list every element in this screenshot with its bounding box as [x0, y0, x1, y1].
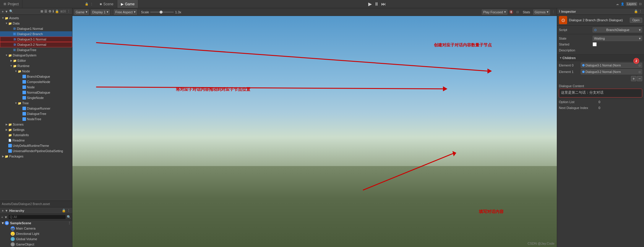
pause-button[interactable]: ⏸ — [374, 1, 379, 7]
scenes-folder-icon: 📁 — [8, 123, 12, 126]
inspector-icon: ℹ — [559, 9, 560, 13]
left-panel: + ▼ 🔍 ⊞ ☰ ⚙ ℹ 🔒 ⊠16 ⋮ 📁 Assets — [0, 8, 72, 247]
aspect-dropdown[interactable]: Free Aspect ▾ — [114, 9, 137, 15]
tree-normal-dialogue[interactable]: NormalDialogue — [0, 90, 72, 95]
play-button[interactable]: ▶ — [368, 1, 372, 7]
tab-game[interactable]: ▶ Game — [117, 0, 139, 8]
option-list-row: Option List 0 — [557, 99, 644, 105]
tree-tree-folder[interactable]: 📁 Tree — [0, 100, 72, 106]
sn-script-icon — [22, 96, 26, 100]
tree-branch-dialogue[interactable]: BranchDialogue — [0, 74, 72, 79]
tree-dialogue2[interactable]: D Dialogue2 Branch — [0, 31, 72, 37]
h-main-camera[interactable]: 📷 Main Camera — [0, 226, 72, 231]
tree-dialogue-system[interactable]: 📁 DialogueSystem — [0, 53, 72, 58]
play-focused-dropdown[interactable]: Play Focused ▾ — [482, 9, 507, 15]
dot-menu-hierarchy[interactable]: ⋮ — [67, 209, 70, 212]
search-icon[interactable]: ▼ — [5, 10, 8, 13]
tree-runtime[interactable]: 📁 Runtime — [0, 63, 72, 69]
h-game-object[interactable]: □ GameObject — [0, 242, 72, 247]
dialogue-content-box[interactable]: 这里是第二句话：分支对话 — [559, 89, 642, 98]
tab-project[interactable]: ⊞ Project — [0, 0, 22, 8]
tab-group-left: ⊞ Project — [0, 0, 22, 8]
element-0-value-box[interactable]: Dialogue3-1 Normal (Norm ⊙ — [581, 63, 642, 68]
tree-data[interactable]: 📁 Data — [0, 21, 72, 26]
tree-folder-icon: 📁 — [18, 102, 21, 105]
play-focused-label: Play Focused — [483, 10, 503, 14]
script-dropdown[interactable]: ⊙ BranchDialogue ▾ — [593, 27, 642, 32]
plus-icon[interactable]: + — [2, 10, 4, 13]
tree-dialogue-runner[interactable]: DialogueRunner — [0, 106, 72, 111]
gizmos-dropdown[interactable]: Gizmos ▾ — [533, 9, 550, 15]
dot-menu-inspector[interactable]: ⋮ — [639, 9, 642, 13]
thumbnail-icon[interactable]: ⊞ — [40, 9, 43, 13]
tree-packages[interactable]: 📁 Packages — [0, 154, 72, 159]
play-focused-chevron: ▾ — [504, 10, 506, 14]
started-checkbox[interactable] — [593, 42, 597, 46]
ds-label: DialogueSystem — [13, 53, 36, 57]
toolbar-dot-menu[interactable]: ⋮ — [552, 10, 555, 14]
maximize-icon[interactable]: ⊡ — [516, 10, 519, 14]
scale-slider[interactable]: Scale 1.3x — [141, 10, 181, 14]
tree-unity-theme[interactable]: UnityDefaultRuntimeTheme — [0, 143, 72, 148]
tree-dialogue-tree-asset[interactable]: D DialogueTree — [0, 47, 72, 53]
mute-icon[interactable]: 🔇 — [509, 10, 513, 14]
dot-menu-icon[interactable]: ⋮ — [90, 2, 94, 6]
tab-project-label: Project — [8, 2, 19, 6]
h-search-dropdown[interactable]: ▼ — [4, 215, 7, 219]
dt-label: DialogueTree — [17, 48, 37, 52]
tree-universal-render[interactable]: UniversalRenderPipelineGlobalSetting — [0, 148, 72, 154]
tree-composite-node[interactable]: CompositeNode — [0, 79, 72, 84]
scale-track[interactable] — [150, 12, 174, 13]
dts-script-icon — [22, 112, 26, 116]
tree-single-node[interactable]: SingleNode — [0, 95, 72, 100]
state-dropdown[interactable]: Waiting ▾ — [593, 36, 642, 41]
tree-dialogue3-1[interactable]: D Dialogue3-1 Normal — [0, 37, 72, 42]
list-icon[interactable]: ☰ — [44, 9, 47, 13]
ds-arrow — [5, 54, 8, 57]
hierarchy-search-bar: + ▼ 🔍 — [0, 214, 72, 220]
tree-readme[interactable]: 📄 Readme — [0, 138, 72, 143]
hierarchy-search-input[interactable] — [9, 215, 66, 219]
step-button[interactable]: ⏭ — [381, 1, 386, 7]
tab-scene[interactable]: ■ Scene — [96, 0, 117, 8]
scale-thumb[interactable] — [160, 11, 163, 14]
h-dropdown-icon[interactable]: ▼ — [5, 209, 8, 212]
h-directional-light[interactable]: 💡 Directional Light — [0, 231, 72, 236]
h-search-icon[interactable]: 🔍 — [67, 215, 71, 219]
scale-value: 1.3x — [175, 10, 181, 14]
tree-dialogue1[interactable]: D Dialogue1 Normal — [0, 26, 72, 31]
tree-dialogue3-2[interactable]: D Dialogue3-2 Normal — [0, 42, 72, 47]
project-dot-menu[interactable]: ⋮ — [67, 9, 70, 13]
gear-icon[interactable]: ⚙ — [48, 9, 51, 13]
tree-node-script[interactable]: Node — [0, 84, 72, 90]
project-title: + ▼ 🔍 — [2, 9, 13, 13]
tree-dialogue-tree-script[interactable]: DialogueTree — [0, 111, 72, 116]
tree-tutorial-info[interactable]: 📁 TutorialInfo — [0, 132, 72, 138]
h-sample-scene[interactable]: ▼ ⊙ SampleScene ⋮ — [0, 220, 72, 226]
scene-dot-menu[interactable]: ⋮ — [68, 221, 71, 225]
children-section-header[interactable]: Children 2 — [557, 55, 644, 61]
remove-element-button[interactable]: − — [637, 76, 642, 81]
info-icon[interactable]: ℹ — [53, 9, 54, 13]
tree-node-tree[interactable]: NodeTree — [0, 116, 72, 122]
open-button[interactable]: Open — [630, 18, 642, 23]
ns-script-icon — [22, 85, 26, 89]
add-element-button[interactable]: + — [631, 76, 636, 81]
hierarchy-panel: + ▼ Hierarchy 🔒 ⋮ + ▼ 🔍 ▼ ⊙ — [0, 207, 72, 247]
tree-editor[interactable]: 📁 Editor — [0, 58, 72, 63]
tree-assets[interactable]: 📁 Assets — [0, 15, 72, 21]
tree-node-folder[interactable]: 📁 Node — [0, 69, 72, 74]
tree-scenes[interactable]: 📁 Scenes — [0, 122, 72, 127]
h-search-plus[interactable]: + — [1, 215, 3, 219]
sample-scene-label: SampleScene — [10, 221, 31, 225]
element-1-value-box[interactable]: Dialogue3-2 Normal (Norm ⊙ — [581, 69, 642, 74]
stats-label[interactable]: Stats — [522, 10, 531, 14]
layout-icon: ⊟ — [639, 2, 642, 6]
tree-settings[interactable]: 📁 Settings — [0, 127, 72, 132]
display-dropdown[interactable]: Display 1 ▾ — [91, 9, 110, 15]
h-plus-icon[interactable]: + — [2, 209, 4, 212]
game-dropdown[interactable]: Game ▾ — [74, 9, 89, 15]
element-1-row: Element 1 Dialogue3-2 Normal (Norm ⊙ — [559, 69, 642, 75]
dialogue-content-section: Dialogue Content 这里是第二句话：分支对话 — [557, 83, 644, 99]
h-global-volume[interactable]: ○ Global Volume — [0, 236, 72, 242]
